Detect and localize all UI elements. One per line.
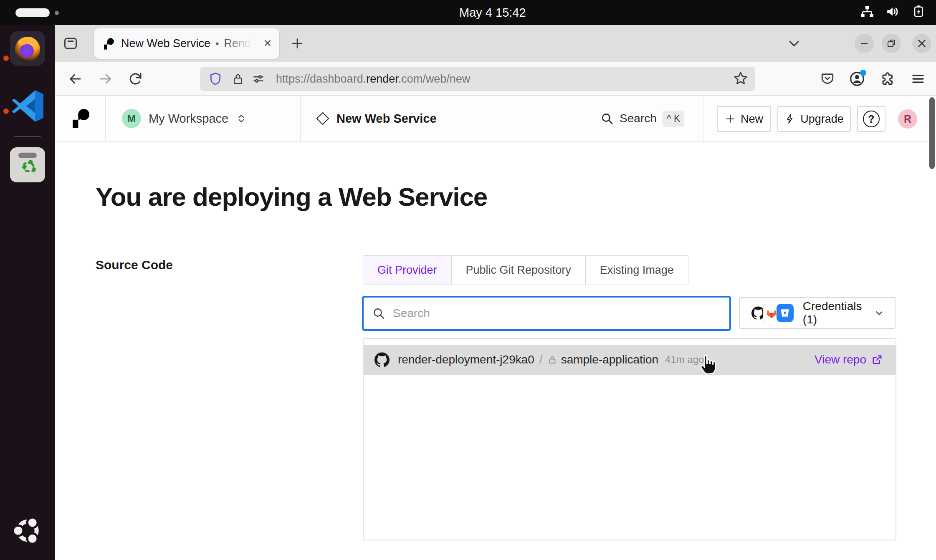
back-button[interactable] bbox=[67, 71, 83, 87]
ubuntu-logo-icon bbox=[11, 512, 44, 547]
header-divider bbox=[105, 96, 106, 141]
repo-name: sample-application bbox=[561, 353, 658, 366]
reload-button[interactable] bbox=[127, 71, 144, 87]
app-header: M My Workspace New Web Service Search ^ … bbox=[55, 96, 936, 142]
forward-button[interactable] bbox=[97, 71, 114, 87]
account-icon[interactable] bbox=[849, 71, 865, 87]
source-code-label: Source Code bbox=[96, 258, 173, 272]
tab-existing-image[interactable]: Existing Image bbox=[586, 256, 688, 285]
render-favicon bbox=[104, 38, 114, 50]
credentials-label: Credentials (1) bbox=[803, 300, 874, 326]
view-repo-label: View repo bbox=[815, 353, 866, 366]
private-lock-icon bbox=[548, 355, 557, 365]
new-button-label: New bbox=[741, 113, 763, 126]
account-notification-dot bbox=[860, 70, 866, 76]
menu-hamburger-icon[interactable] bbox=[910, 71, 926, 87]
lightning-icon bbox=[784, 113, 795, 125]
bitbucket-credential-badge bbox=[777, 304, 794, 322]
volume-icon[interactable] bbox=[885, 4, 900, 21]
pocket-icon[interactable] bbox=[819, 71, 836, 87]
search-icon bbox=[372, 307, 385, 320]
url-bar[interactable]: https://dashboard.render.com/web/new bbox=[200, 67, 755, 91]
header-divider bbox=[703, 96, 703, 141]
window-close-button[interactable] bbox=[912, 34, 931, 53]
firefox-view-button[interactable] bbox=[62, 35, 79, 52]
tab-title-suffix: Rend bbox=[224, 37, 256, 50]
repo-search-input[interactable] bbox=[393, 307, 685, 320]
ubuntu-show-apps[interactable] bbox=[11, 512, 44, 549]
new-tab-button[interactable] bbox=[289, 35, 306, 52]
mouse-cursor-hand bbox=[698, 354, 717, 377]
firefox-icon bbox=[13, 33, 43, 63]
system-top-bar: May 4 15:42 bbox=[0, 0, 936, 25]
battery-icon[interactable] bbox=[911, 5, 927, 20]
window-minimize-button[interactable] bbox=[855, 34, 874, 53]
help-button[interactable]: ? bbox=[857, 106, 885, 132]
workspace-switcher[interactable]: M My Workspace bbox=[122, 96, 247, 141]
firefox-running-dot bbox=[3, 55, 9, 61]
tab-git-provider[interactable]: Git Provider bbox=[363, 256, 452, 285]
unfold-chevrons-icon bbox=[236, 112, 247, 125]
extensions-icon[interactable] bbox=[879, 71, 896, 87]
github-icon bbox=[374, 352, 390, 367]
url-text[interactable]: https://dashboard.render.com/web/new bbox=[276, 73, 470, 86]
lock-icon[interactable] bbox=[232, 72, 244, 86]
browser-window: New Web Service • Rend bbox=[55, 25, 936, 560]
tab-public-git-repository[interactable]: Public Git Repository bbox=[452, 256, 586, 285]
upgrade-button[interactable]: Upgrade bbox=[777, 106, 851, 132]
dock-divider bbox=[14, 136, 41, 137]
external-link-icon bbox=[871, 354, 883, 366]
scrollbar-thumb[interactable] bbox=[929, 97, 935, 169]
render-logo[interactable] bbox=[73, 108, 90, 130]
firefox-dock-item[interactable] bbox=[10, 31, 45, 66]
gitlab-icon bbox=[765, 307, 778, 319]
page-heading: You are deploying a Web Service bbox=[96, 182, 487, 212]
repo-search-box[interactable] bbox=[362, 296, 731, 331]
trash-dock-item[interactable] bbox=[10, 147, 45, 182]
tracking-shield-icon[interactable] bbox=[208, 72, 223, 86]
search-shortcut: ^ K bbox=[663, 111, 685, 127]
bitbucket-icon bbox=[779, 308, 790, 318]
permissions-icon[interactable] bbox=[252, 72, 265, 86]
tab-bar: New Web Service • Rend bbox=[55, 25, 936, 62]
page-title-group: New Web Service bbox=[318, 96, 437, 141]
vscode-icon bbox=[10, 88, 45, 124]
workspace-avatar: M bbox=[122, 109, 141, 128]
workspace-dot bbox=[55, 11, 59, 15]
upgrade-button-label: Upgrade bbox=[800, 113, 844, 126]
repo-owner: render-deployment-j29ka0 bbox=[398, 353, 534, 366]
system-clock[interactable]: May 4 15:42 bbox=[459, 0, 526, 25]
view-repo-link[interactable]: View repo bbox=[815, 353, 883, 366]
vscode-dock-item[interactable] bbox=[10, 88, 45, 124]
browser-tab[interactable]: New Web Service • Rend bbox=[94, 28, 279, 59]
service-diamond-icon bbox=[316, 112, 329, 125]
bookmark-star-icon[interactable] bbox=[733, 71, 749, 88]
source-tabs: Git Provider Public Git Repository Exist… bbox=[363, 255, 688, 285]
tab-list-chevron-icon[interactable] bbox=[786, 35, 802, 52]
window-maximize-button[interactable] bbox=[882, 34, 901, 53]
repo-separator: / bbox=[539, 353, 543, 366]
new-button[interactable]: New bbox=[717, 106, 771, 132]
chevron-down-icon bbox=[874, 307, 885, 319]
user-avatar[interactable]: R bbox=[898, 109, 917, 129]
deploy-page: You are deploying a Web Service Source C… bbox=[55, 142, 936, 560]
global-search[interactable]: Search ^ K bbox=[600, 96, 684, 141]
tab-close-icon[interactable] bbox=[263, 38, 273, 50]
workspace-name: My Workspace bbox=[149, 112, 228, 126]
browser-toolbar: https://dashboard.render.com/web/new bbox=[55, 62, 936, 96]
credentials-dropdown[interactable]: Credentials (1) bbox=[739, 297, 896, 329]
repo-list-panel: render-deployment-j29ka0 / sample-applic… bbox=[363, 338, 896, 540]
vscode-running-dot bbox=[3, 108, 9, 114]
network-icon[interactable] bbox=[860, 5, 874, 20]
tab-title: New Web Service bbox=[121, 37, 210, 50]
page-content: M My Workspace New Web Service Search ^ … bbox=[55, 96, 936, 560]
search-icon bbox=[600, 112, 614, 125]
activities-indicator[interactable] bbox=[15, 8, 50, 17]
page-title: New Web Service bbox=[336, 112, 437, 126]
question-mark-icon: ? bbox=[863, 111, 880, 127]
search-label: Search bbox=[620, 112, 657, 125]
dock bbox=[0, 25, 55, 560]
repo-row[interactable]: render-deployment-j29ka0 / sample-applic… bbox=[364, 345, 896, 375]
plus-icon bbox=[725, 114, 736, 124]
tab-title-separator: • bbox=[215, 38, 219, 50]
